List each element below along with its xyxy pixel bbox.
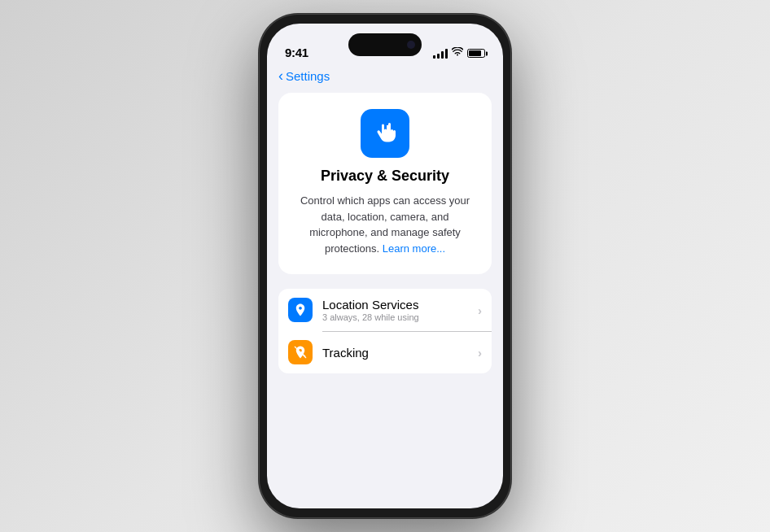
tracking-chevron: › — [478, 346, 482, 360]
card-description: Control which apps can access your data,… — [293, 193, 477, 256]
status-icons — [433, 47, 485, 59]
settings-list: Location Services 3 always, 28 while usi… — [278, 289, 492, 373]
screen-content: ‹ Settings Privacy & Security Control — [267, 66, 503, 508]
location-services-chevron: › — [478, 303, 482, 317]
card-title: Privacy & Security — [293, 168, 477, 185]
status-time: 9:41 — [285, 46, 308, 59]
location-services-text: Location Services 3 always, 28 while usi… — [322, 298, 468, 322]
hand-icon — [370, 119, 400, 148]
location-services-subtitle: 3 always, 28 while using — [322, 312, 468, 322]
back-chevron-icon: ‹ — [278, 68, 283, 83]
nav-bar: ‹ Settings — [278, 66, 492, 93]
back-button[interactable]: ‹ Settings — [278, 69, 330, 83]
dynamic-island — [348, 33, 422, 56]
learn-more-link[interactable]: Learn more... — [383, 242, 445, 255]
privacy-app-icon — [361, 109, 409, 158]
wifi-icon — [452, 47, 463, 59]
back-label: Settings — [286, 69, 330, 83]
location-icon — [288, 298, 313, 322]
tracking-title: Tracking — [322, 346, 468, 360]
phone-screen: 9:41 — [267, 24, 503, 508]
location-services-title: Location Services — [322, 298, 468, 312]
scene: 9:41 — [0, 0, 770, 532]
battery-icon — [467, 49, 485, 58]
tracking-text: Tracking — [322, 346, 468, 360]
tracking-item[interactable]: Tracking › — [278, 331, 492, 373]
info-card: Privacy & Security Control which apps ca… — [278, 93, 492, 274]
signal-icon — [433, 49, 448, 59]
tracking-icon — [288, 340, 313, 364]
phone-shell: 9:41 — [259, 14, 511, 518]
location-services-item[interactable]: Location Services 3 always, 28 while usi… — [278, 289, 492, 331]
camera-dot — [407, 41, 415, 49]
